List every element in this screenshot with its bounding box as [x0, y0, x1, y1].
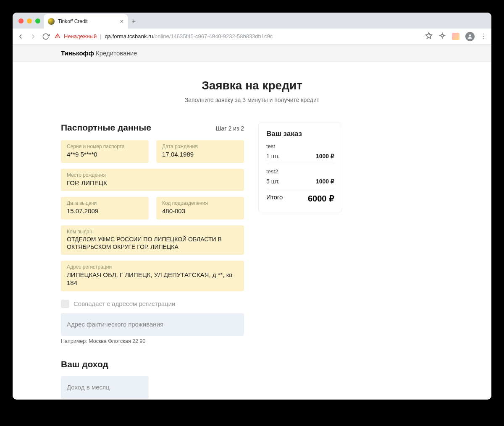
order-total-label: Итого	[266, 193, 283, 204]
passport-number-field[interactable]: Серия и номер паспорта 4**9 5****0	[61, 140, 149, 163]
actual-address-hint: Например: Москва Флотская 22 90	[61, 338, 244, 344]
checkbox-icon[interactable]	[61, 300, 69, 308]
same-address-label: Совпадает с адресом регистрации	[74, 300, 175, 307]
insecure-label: Ненадежный	[64, 33, 97, 39]
order-item: test 1 шт. 1000 ₽	[266, 143, 334, 164]
order-item: test2 5 шт. 1000 ₽	[266, 168, 334, 189]
url-host: qa.forma.tcsbank.ru	[105, 33, 153, 39]
birthplace-field[interactable]: Место рождения ГОР. ЛИПЕЦК	[61, 169, 244, 191]
url-path: /online/14635f45-c967-4840-9232-58b833db…	[153, 33, 273, 39]
svg-marker-0	[426, 32, 432, 38]
browser-menu-icon[interactable]: ⋮	[480, 32, 487, 40]
minimize-window-button[interactable]	[27, 18, 32, 24]
page-viewport[interactable]: Тинькофф Кредитование Заявка на кредит З…	[13, 44, 491, 400]
bookmark-star-icon[interactable]	[425, 32, 433, 41]
extension-icon[interactable]	[438, 32, 446, 41]
tab-favicon-icon	[48, 18, 55, 25]
browser-window: Tinkoff Credit × + Ненадежный | qa.forma…	[13, 13, 491, 400]
issue-date-field[interactable]: Дата выдачи 15.07.2009	[61, 197, 149, 220]
registration-address-field[interactable]: Адрес регистрации ЛИПЕЦКАЯ ОБЛ, Г ЛИПЕЦК…	[61, 261, 244, 291]
order-summary-card: Ваш заказ test 1 шт. 1000 ₽ test2 5 шт.	[258, 123, 342, 212]
issued-by-field[interactable]: Кем выдан ОТДЕЛОМ УФМС РОССИИ ПО ЛИПЕЦКО…	[61, 225, 244, 255]
order-total-value: 6000 ₽	[308, 193, 334, 204]
address-bar: Ненадежный | qa.forma.tcsbank.ru/online/…	[13, 29, 491, 44]
actual-address-field[interactable]: Адрес фактического проживания	[61, 313, 244, 336]
brand-logo: Тинькофф Кредитование	[57, 50, 447, 57]
svg-point-1	[469, 34, 471, 37]
browser-tab[interactable]: Tinkoff Credit ×	[44, 14, 128, 29]
forward-button[interactable]	[29, 33, 37, 40]
back-button[interactable]	[17, 33, 24, 40]
maximize-window-button[interactable]	[35, 18, 40, 24]
dept-code-field[interactable]: Код подразделения 480-003	[156, 197, 244, 220]
close-window-button[interactable]	[18, 18, 24, 24]
tab-title: Tinkoff Credit	[58, 18, 88, 24]
order-title: Ваш заказ	[266, 130, 334, 138]
page-subtitle: Заполните заявку за 3 минуты и получите …	[61, 97, 443, 103]
extension-color-icon[interactable]	[452, 33, 459, 40]
monthly-income-field[interactable]: Доход в месяц	[61, 376, 149, 399]
new-tab-button[interactable]: +	[128, 18, 140, 29]
profile-avatar-icon[interactable]	[465, 32, 475, 41]
income-section-title: Ваш доход	[61, 359, 244, 369]
step-indicator: Шаг 2 из 2	[216, 125, 244, 132]
passport-section-title: Паспортные данные	[61, 123, 151, 133]
dob-field[interactable]: Дата рождения 17.04.1989	[156, 140, 244, 163]
page-topbar: Тинькофф Кредитование	[13, 44, 491, 62]
url-field[interactable]: Ненадежный | qa.forma.tcsbank.ru/online/…	[55, 33, 420, 40]
same-address-checkbox-row[interactable]: Совпадает с адресом регистрации	[61, 297, 244, 313]
page-title: Заявка на кредит	[61, 79, 443, 92]
window-controls	[17, 18, 44, 29]
tab-bar: Tinkoff Credit × +	[13, 13, 491, 29]
close-tab-icon[interactable]: ×	[120, 18, 123, 25]
insecure-warning-icon	[55, 33, 60, 40]
reload-button[interactable]	[42, 33, 50, 40]
